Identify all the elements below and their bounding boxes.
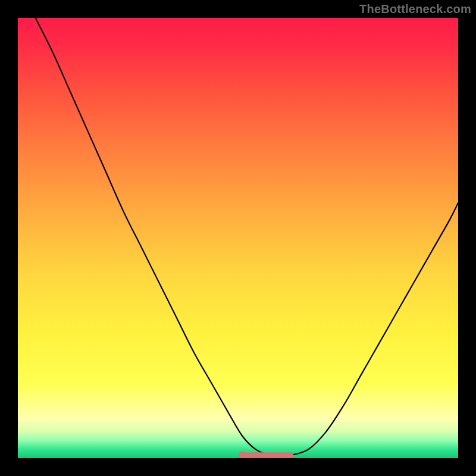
- chart-frame: TheBottleneck.com: [0, 0, 476, 476]
- bottleneck-curve-path: [36, 18, 458, 456]
- watermark-text: TheBottleneck.com: [359, 2, 471, 16]
- bottleneck-curve-svg: [18, 18, 458, 458]
- optimal-range-start-dot: [239, 451, 246, 458]
- plot-area: [18, 18, 458, 458]
